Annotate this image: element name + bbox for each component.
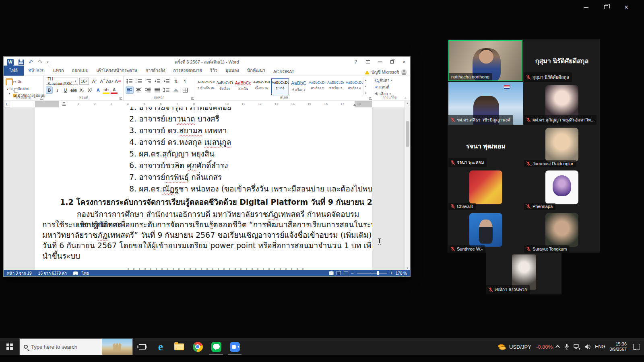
web-layout-icon[interactable] (344, 271, 348, 275)
word-minimize-icon[interactable] (374, 57, 386, 67)
account-area[interactable]: บัญชี Microsoft (365, 69, 410, 76)
align-center-button[interactable] (135, 86, 143, 94)
restore-icon[interactable] (602, 3, 610, 11)
scroll-up-icon[interactable]: ▲ (365, 79, 367, 81)
word-logo-icon[interactable]: W (7, 59, 14, 66)
style-heading-3[interactable]: AaBbCcDdE หัวเรื่อง 3 (327, 78, 345, 95)
tab-acrobat[interactable]: ACROBAT (269, 68, 298, 76)
shrink-font-button[interactable]: A (98, 78, 105, 85)
line-button[interactable] (207, 338, 225, 355)
word-close-icon[interactable]: × (398, 57, 410, 67)
zoom-in-icon[interactable]: + (390, 271, 393, 275)
language-indicator[interactable]: ไทย (78, 270, 92, 276)
horizontal-ruler[interactable]: 123 456 789 101112 131415 161718 19 (35, 101, 372, 107)
copy-button[interactable]: คัดลอก (13, 86, 45, 92)
indent-marker-left[interactable] (62, 102, 66, 106)
ribbon-display-options-icon[interactable] (362, 57, 374, 67)
highlight-color-button[interactable]: ab (103, 86, 109, 94)
participant-tile-surayut[interactable]: Surayut Tongkum (524, 210, 600, 253)
style-title[interactable]: AaBbCcD ชื่อเรื่อง (216, 78, 233, 95)
tab-file[interactable]: ไฟล์ (4, 66, 24, 76)
microphone-icon[interactable] (564, 343, 570, 350)
tab-developer[interactable]: นักพัฒนา (243, 66, 269, 76)
qat-customize-icon[interactable]: ▾ (47, 60, 49, 64)
chrome-button[interactable] (188, 338, 207, 355)
scrollbar-thumb[interactable] (406, 121, 409, 147)
justify-button[interactable] (153, 86, 161, 94)
taskbar-search-box[interactable]: Type here to search (19, 338, 133, 355)
undo-icon[interactable]: ↶ (29, 59, 33, 65)
clear-formatting-button[interactable]: A (114, 78, 121, 85)
dialog-launcher-icon[interactable] (120, 97, 122, 100)
line-spacing-button[interactable] (163, 86, 171, 94)
zoom-level[interactable]: 170 % (396, 271, 407, 276)
cut-button[interactable]: ✂ ตัด (13, 79, 45, 85)
participant-tile-sukanya[interactable]: ผศ.ดร.สุกัญญา พยุงสิน(มหาวิท... (524, 82, 600, 125)
decrease-indent-button[interactable] (153, 78, 161, 85)
scroll-down-icon[interactable]: ▼ (365, 85, 367, 88)
style-heading-4[interactable]: AaBbCcDdE หัวเรื่อง 4 (345, 78, 363, 95)
start-button[interactable] (0, 338, 19, 355)
italic-button[interactable]: I (54, 86, 61, 94)
dialog-launcher-icon[interactable] (191, 97, 194, 100)
page-indicator[interactable]: หน้า 3 จาก 19 (4, 270, 35, 276)
style-body-text[interactable]: AaBbCcDdEe เนื้อความ (253, 78, 270, 95)
tab-mailings[interactable]: การส่งจดหมาย (169, 66, 206, 76)
taskbar-clock[interactable]: 15:36 3/9/2567 (609, 341, 627, 352)
read-mode-icon[interactable] (329, 271, 334, 275)
tab-insert[interactable]: แทรก (49, 66, 68, 76)
multilevel-list-button[interactable] (144, 78, 152, 85)
bold-button[interactable]: B (46, 86, 53, 94)
align-left-button[interactable] (126, 86, 134, 94)
zoom-button[interactable] (225, 338, 244, 355)
ticker-pair[interactable]: USD/JPY (509, 344, 531, 350)
search-highlight-image[interactable] (102, 339, 132, 355)
document-page[interactable]: 1. อาจารย์จารุมา ภาทองคล้อย 2. อาจารย์เย… (35, 107, 372, 271)
find-button[interactable]: ค้นหา ▾ (375, 77, 404, 83)
borders-button[interactable] (181, 86, 189, 94)
numbering-button[interactable] (135, 78, 143, 85)
replace-button[interactable]: ab แทนที่ (375, 84, 404, 90)
style-caption[interactable]: AaBbCcDdEe ¶ คำอธิบาย... (197, 78, 215, 95)
participant-tile-jarumast[interactable]: Jarumast Raktonglor (524, 125, 600, 167)
subscript-button[interactable]: X₂ (78, 86, 85, 94)
dialog-launcher-icon[interactable] (369, 97, 372, 100)
font-color-button[interactable]: A (111, 86, 118, 94)
strikethrough-button[interactable]: abc (70, 86, 77, 94)
print-layout-icon[interactable] (336, 271, 341, 275)
redo-icon[interactable]: ↷ (38, 59, 42, 65)
zoom-slider-thumb[interactable] (377, 271, 379, 275)
tab-layout[interactable]: เค้าโครงหน้ากระดาษ (93, 66, 142, 76)
zoom-slider[interactable] (357, 273, 387, 274)
bullets-button[interactable] (126, 78, 134, 85)
vertical-scrollbar[interactable]: ▲ ▼ (405, 101, 410, 271)
word-count[interactable]: 15 จาก 6379 คำ (35, 270, 70, 276)
grow-font-button[interactable]: A (90, 78, 97, 85)
tab-references[interactable]: การอ้างอิง (141, 66, 169, 76)
tray-expand-icon[interactable] (555, 345, 560, 350)
participant-tile-sunthree[interactable]: Sunthree W.- (448, 210, 523, 253)
collapse-ribbon-icon[interactable]: ˄ (405, 97, 409, 100)
style-emphasis[interactable]: AaBbCc ตัวเน้น (234, 78, 252, 95)
increase-indent-button[interactable] (163, 78, 171, 85)
tab-home[interactable]: หน้าแรก (24, 65, 49, 76)
proofing-icon[interactable] (73, 272, 78, 275)
paste-button[interactable]: วาง ▾ (6, 78, 13, 95)
forex-coins-icon[interactable] (498, 343, 505, 350)
shading-button[interactable] (172, 86, 180, 94)
show-paragraph-marks-button[interactable]: ¶ (181, 78, 189, 85)
participant-tile-chavalit[interactable]: Chavalit (448, 167, 523, 210)
edge-button[interactable]: e (151, 338, 170, 355)
text-effects-button[interactable]: A (95, 86, 101, 94)
superscript-button[interactable]: X² (87, 86, 93, 94)
gallery-more-icon[interactable]: ≡ (365, 92, 367, 94)
sort-button[interactable]: ⇅ (172, 78, 180, 85)
document-area[interactable]: 1. อาจารย์จารุมา ภาทองคล้อย 2. อาจารย์เย… (4, 107, 410, 271)
task-view-button[interactable] (133, 338, 151, 355)
language-indicator[interactable]: ENG (595, 344, 605, 350)
participant-tile-rojana[interactable]: รจนา พุฒหอม รจนา พุฒหอม (448, 125, 523, 167)
font-size-combobox[interactable]: 16 ▾ (79, 78, 89, 85)
word-restore-icon[interactable] (386, 57, 398, 67)
dialog-launcher-icon[interactable] (40, 97, 43, 100)
participant-tile-natthacha[interactable]: natthacha northong (448, 40, 522, 81)
